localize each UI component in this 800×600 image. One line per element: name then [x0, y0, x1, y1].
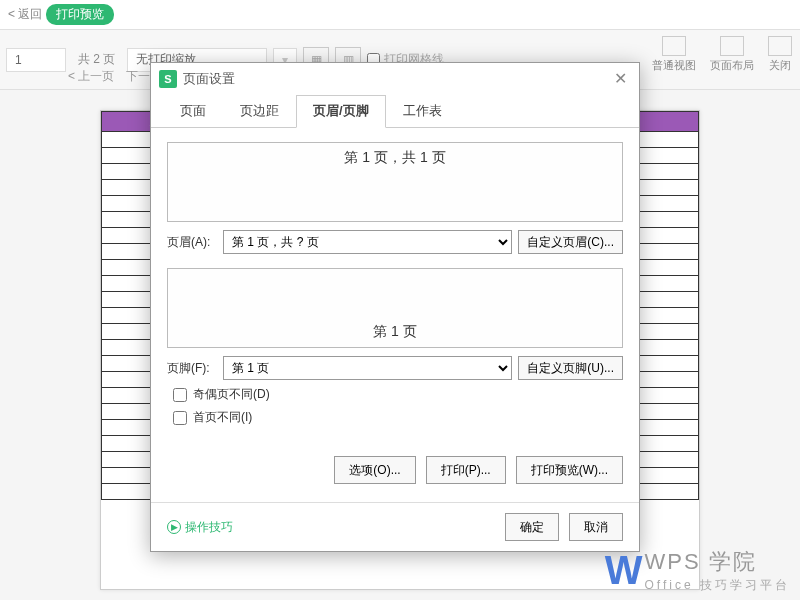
custom-footer-button[interactable]: 自定义页脚(U)... [518, 356, 623, 380]
print-button[interactable]: 打印(P)... [426, 456, 506, 484]
tab-sheet[interactable]: 工作表 [386, 95, 459, 127]
header-preview-box: 第 1 页，共 1 页 [167, 142, 623, 222]
close-button[interactable]: 关闭 [768, 36, 792, 73]
back-link[interactable]: < 返回 [8, 6, 42, 23]
custom-header-button[interactable]: 自定义页眉(C)... [518, 230, 623, 254]
header-label: 页眉(A): [167, 234, 217, 251]
cancel-button[interactable]: 取消 [569, 513, 623, 541]
close-icon[interactable]: ✕ [610, 69, 631, 88]
normal-view-button[interactable]: 普通视图 [652, 36, 696, 73]
app-icon: S [159, 70, 177, 88]
footer-preview-box: 第 1 页 [167, 268, 623, 348]
prev-page-link[interactable]: < 上一页 [68, 68, 114, 85]
page-setup-dialog: S 页面设置 ✕ 页面 页边距 页眉/页脚 工作表 第 1 页，共 1 页 页眉… [150, 62, 640, 552]
tips-link[interactable]: ▶ 操作技巧 [167, 519, 233, 536]
print-preview-badge: 打印预览 [46, 4, 114, 25]
wps-logo-icon: W [605, 548, 639, 593]
tab-page[interactable]: 页面 [163, 95, 223, 127]
tab-header-footer[interactable]: 页眉/页脚 [296, 95, 386, 128]
header-preview-text: 第 1 页，共 1 页 [344, 149, 445, 167]
watermark: W WPS 学院 Office 技巧学习平台 [605, 547, 790, 594]
tab-margin[interactable]: 页边距 [223, 95, 296, 127]
options-button[interactable]: 选项(O)... [334, 456, 415, 484]
odd-even-label: 奇偶页不同(D) [193, 386, 270, 403]
ok-button[interactable]: 确定 [505, 513, 559, 541]
play-icon: ▶ [167, 520, 181, 534]
first-diff-label: 首页不同(I) [193, 409, 252, 426]
header-select[interactable]: 第 1 页，共 ? 页 [223, 230, 512, 254]
footer-label: 页脚(F): [167, 360, 217, 377]
odd-even-checkbox[interactable] [173, 388, 187, 402]
page-number-input[interactable]: 1 [6, 48, 66, 72]
first-diff-checkbox[interactable] [173, 411, 187, 425]
page-layout-button[interactable]: 页面布局 [710, 36, 754, 73]
footer-select[interactable]: 第 1 页 [223, 356, 512, 380]
print-preview-button[interactable]: 打印预览(W)... [516, 456, 623, 484]
footer-preview-text: 第 1 页 [373, 323, 417, 341]
dialog-title: 页面设置 [183, 70, 235, 88]
